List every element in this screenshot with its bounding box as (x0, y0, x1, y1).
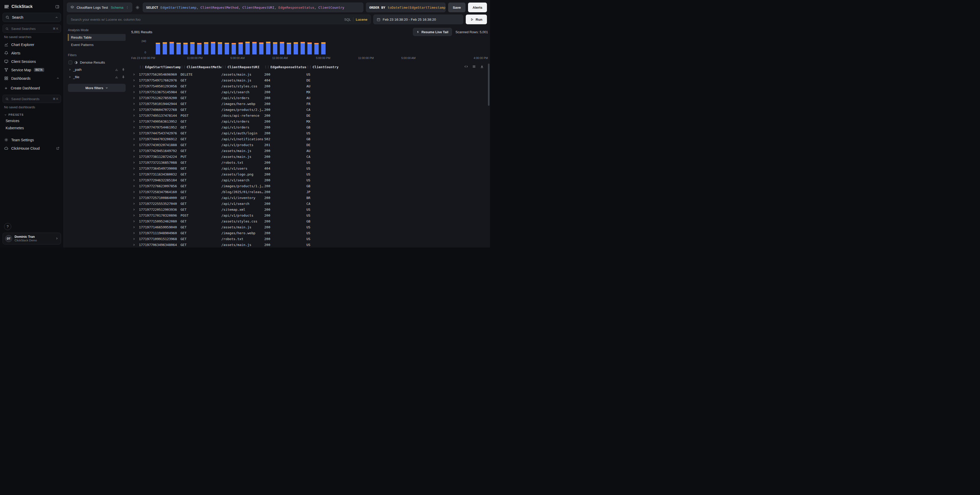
row-density-icon[interactable] (472, 65, 476, 68)
row-expand-icon[interactable] (131, 196, 139, 199)
row-expand-icon[interactable] (131, 226, 139, 229)
row-expand-icon[interactable] (131, 102, 139, 105)
event-search-input[interactable] (70, 18, 342, 22)
table-row[interactable]: 1771977225553527040GET/api/v1/search200C… (131, 201, 487, 207)
schema-link[interactable]: Schema (111, 6, 124, 10)
sidebar-item-chart-explorer[interactable]: Chart Explorer (3, 40, 61, 49)
create-dashboard-button[interactable]: Create Dashboard (3, 84, 61, 92)
user-menu[interactable]: DT Dominic Tran ClickStack Demo (3, 233, 61, 244)
more-filters-button[interactable]: More filters (68, 84, 126, 92)
row-expand-icon[interactable] (131, 161, 139, 164)
chart-bar[interactable] (252, 42, 257, 54)
chart-bar[interactable] (301, 42, 305, 54)
run-button[interactable]: Run (466, 14, 487, 24)
row-expand-icon[interactable] (131, 191, 139, 193)
mode-results-table[interactable]: Results Table (68, 34, 126, 41)
row-expand-icon[interactable] (131, 120, 139, 123)
table-row[interactable]: 1771977364549739008GET/api/v1/users404US (131, 166, 487, 171)
table-row[interactable]: 1771977495137478144POST/docs/api-referen… (131, 113, 487, 118)
row-expand-icon[interactable] (131, 155, 139, 158)
chart-bar[interactable] (245, 41, 250, 54)
table-row[interactable]: 1771977549717662976GET/assets/main.js404… (131, 77, 487, 83)
saved-dashboards-search[interactable]: ⌘ K (3, 95, 61, 103)
row-expand-icon[interactable] (131, 244, 139, 246)
table-row[interactable]: 1771977479754461952GET/api/v1/orders200G… (131, 124, 487, 130)
chart-bar[interactable] (287, 43, 291, 54)
column-header-ClientRequestMethod[interactable]: ⋮⋮ClientRequestMethod (181, 65, 221, 69)
row-expand-icon[interactable] (131, 179, 139, 181)
table-row[interactable]: 1771977513675145984GET/api/v1/search200M… (131, 89, 487, 95)
table-row[interactable]: 1771977501019442944GET/images/hero.webp2… (131, 101, 487, 107)
row-expand-icon[interactable] (131, 73, 139, 76)
sidebar-item-service-map[interactable]: Service Map BETA (3, 66, 61, 74)
saved-dashboards-input[interactable] (11, 97, 51, 101)
source-selector[interactable]: Cloudflare Logs Test Schema (67, 3, 132, 12)
chart-bar[interactable] (239, 42, 243, 54)
row-expand-icon[interactable] (131, 214, 139, 217)
presets-toggle[interactable]: PRESETS (3, 111, 61, 117)
row-expand-icon[interactable] (131, 79, 139, 82)
sql-toggle[interactable]: SQL (344, 18, 351, 21)
column-drag-handle-icon[interactable]: ⋮⋮ (306, 65, 312, 69)
table-row[interactable]: 1771977257100864000GET/api/v1/inventory2… (131, 195, 487, 201)
table-scrollbar-thumb[interactable] (488, 64, 490, 106)
row-expand-icon[interactable] (131, 91, 139, 94)
chart-bar[interactable] (190, 42, 194, 54)
row-expand-icon[interactable] (131, 220, 139, 223)
column-drag-handle-icon[interactable]: ⋮⋮ (139, 65, 144, 69)
chart-bar[interactable] (225, 43, 229, 54)
table-row[interactable]: 1771977496047072768GET/images/products/2… (131, 107, 487, 113)
chart-bar[interactable] (266, 41, 270, 54)
row-expand-icon[interactable] (131, 97, 139, 99)
column-header-ClientRequestURI[interactable]: ⋮⋮ClientRequestURI (221, 65, 264, 69)
row-expand-icon[interactable] (131, 126, 139, 129)
chart-bar[interactable] (197, 43, 202, 54)
dots-vertical-icon[interactable] (126, 6, 129, 9)
field-pin-icon[interactable] (121, 68, 125, 72)
row-expand-icon[interactable] (131, 108, 139, 111)
row-expand-icon[interactable] (131, 143, 139, 146)
table-row[interactable]: 1771977429451649792GET/assets/main.js200… (131, 148, 487, 154)
source-settings-gear-icon[interactable] (135, 5, 140, 10)
chart-bar[interactable] (321, 42, 326, 54)
orderby-expression-input[interactable]: ORDER BY toDateTime(EdgeStartTimestamp / (366, 3, 445, 12)
column-drag-handle-icon[interactable]: ⋮⋮ (221, 65, 226, 69)
chart-bar[interactable] (314, 43, 319, 54)
resume-live-tail-button[interactable]: Resume Live Tail (413, 28, 452, 36)
sidebar-item-clickhouse-cloud[interactable]: ClickHouse Cloud (3, 144, 61, 153)
sidebar-item-client-sessions[interactable]: Client Sessions (3, 57, 61, 66)
time-range-picker[interactable]: Feb 23 16:38:20 - Feb 25 16:38:20 (373, 14, 463, 24)
chevron-up-icon[interactable] (56, 76, 59, 80)
lucene-toggle[interactable]: Lucene (356, 18, 368, 21)
column-header-ClientCountry[interactable]: ⋮⋮ClientCountry (306, 65, 487, 69)
chart-bar[interactable] (307, 42, 312, 54)
alerts-button[interactable]: Alerts (468, 3, 487, 12)
row-expand-icon[interactable] (131, 114, 139, 117)
row-expand-icon[interactable] (131, 167, 139, 170)
table-row[interactable]: 1771977170170320896POST/api/v1/products2… (131, 213, 487, 218)
sidebar-item-team-settings[interactable]: Team Settings (3, 135, 61, 144)
table-row[interactable]: 1771977430320741888GET/api/v1/products20… (131, 142, 487, 148)
field-chart-icon[interactable] (115, 75, 118, 79)
saved-searches-search[interactable]: ⌘ K (3, 24, 61, 33)
column-header-EdgeStartTimestamp[interactable]: ⋮⋮EdgeStartTimestamp (139, 65, 181, 69)
table-row[interactable]: 1771977512627859200GET/api/v1/orders200A… (131, 95, 487, 101)
column-drag-handle-icon[interactable]: ⋮⋮ (181, 65, 186, 69)
table-row[interactable]: 1771977540501293056GET/assets/styles.css… (131, 83, 487, 89)
table-row[interactable]: 1771977111948904960GET/images/hero.webp2… (131, 230, 487, 236)
sidebar-collapse-icon[interactable] (55, 5, 59, 9)
code-view-icon[interactable] (464, 65, 468, 68)
table-row[interactable]: 1771977258347964160GET/blog/2025/01/rele… (131, 189, 487, 195)
row-expand-icon[interactable] (131, 173, 139, 176)
table-row[interactable]: 1771977276623097856GET/images/products/1… (131, 183, 487, 189)
chevron-right-icon[interactable] (68, 68, 71, 71)
table-row[interactable]: 1771977063496348064GET/assets/main.js200… (131, 242, 487, 247)
preset-item-services[interactable]: Services (3, 117, 61, 124)
chart-bar[interactable] (183, 43, 188, 54)
chart-bar[interactable] (211, 42, 215, 54)
row-expand-icon[interactable] (131, 185, 139, 188)
field-chart-icon[interactable] (115, 68, 118, 72)
table-row[interactable]: 1771977447543742976GET/api/v1/auth/login… (131, 130, 487, 136)
table-row[interactable]: 1771977490563613952GET/api/v1/orders200M… (131, 118, 487, 124)
select-expression-input[interactable]: SELECT EdgeStartTimestamp, ClientRequest… (143, 3, 363, 12)
